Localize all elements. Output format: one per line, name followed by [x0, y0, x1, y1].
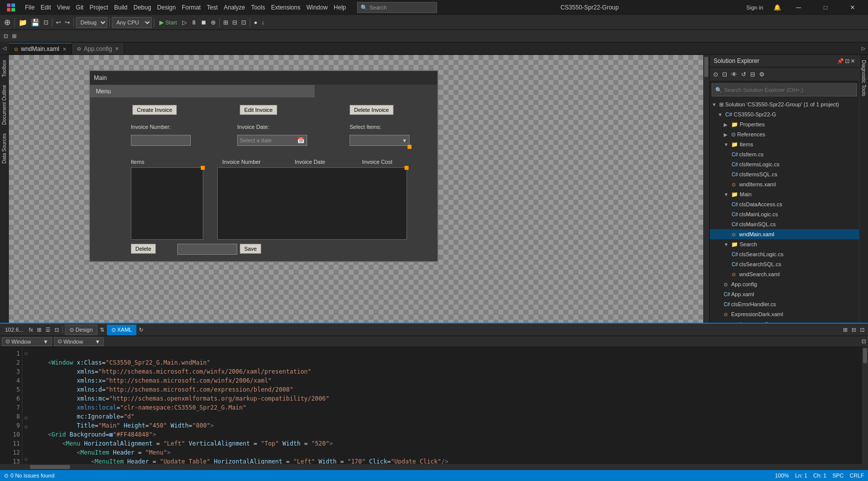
tree-item-clsitemslogic[interactable]: C# clsItemsLogic.cs — [710, 159, 859, 169]
design-tab[interactable]: ⊙ Design — [65, 325, 97, 335]
bp-button[interactable]: ● — [252, 19, 259, 26]
new-project-button[interactable]: ⊕ — [2, 17, 12, 27]
left-panel-collapse[interactable]: ◁ — [0, 42, 9, 54]
menu-debug[interactable]: Debug — [130, 0, 154, 15]
tree-item-search-folder[interactable]: ▼ 📁 Search — [710, 239, 859, 249]
code-vscroll[interactable] — [862, 347, 868, 464]
menu-format[interactable]: Format — [179, 0, 204, 15]
pause-button[interactable]: ⏸ — [189, 19, 198, 26]
cursor-fx-btn[interactable]: fx — [27, 327, 35, 333]
tree-item-solution[interactable]: ▼ ⊞ Solution 'CS3550-Spr22-Group' (1 of … — [710, 99, 859, 109]
date-picker[interactable]: Select a date 📅 — [237, 135, 307, 146]
se-gear-btn[interactable]: ⚙ — [758, 71, 766, 78]
undo-button[interactable]: ↩ — [54, 19, 62, 26]
calendar-icon[interactable]: 📅 — [297, 137, 305, 144]
grid-button[interactable]: ⊟ — [231, 19, 239, 26]
resize-handle-grid[interactable] — [405, 166, 409, 170]
notification-icon[interactable]: 🔔 — [771, 0, 783, 15]
create-invoice-button[interactable]: Create Invoice — [132, 105, 177, 115]
tree-item-clsitem[interactable]: C# clsItem.cs — [710, 149, 859, 159]
step-over-button[interactable]: ▷ — [181, 19, 188, 26]
window-selector-1[interactable]: ⊙ Window ▼ — [2, 337, 52, 346]
step-in-button[interactable]: ↓ — [260, 19, 266, 26]
tree-item-items-folder[interactable]: ▼ 📁 Items — [710, 139, 859, 149]
stop-button[interactable]: ⏹ — [199, 19, 208, 26]
xaml-tab[interactable]: ⊙ XAML — [107, 325, 137, 335]
attach-button[interactable]: ⊕ — [209, 19, 217, 26]
signin-button[interactable]: Sign in — [742, 4, 767, 10]
tree-item-appxaml[interactable]: C# App.xaml — [710, 289, 859, 299]
menu-build[interactable]: Build — [111, 0, 131, 15]
se-pin-icon[interactable]: 📌 — [837, 58, 844, 64]
delete-invoice-button[interactable]: Delete Invoice — [350, 105, 394, 115]
redo-button[interactable]: ↪ — [63, 19, 71, 26]
menu-project[interactable]: Project — [86, 0, 111, 15]
menu-design[interactable]: Design — [154, 0, 179, 15]
se-close-icon[interactable]: ✕ — [851, 58, 855, 64]
se-refresh-btn[interactable]: ↺ — [740, 71, 748, 78]
edit-invoice-button[interactable]: Edit Invoice — [240, 105, 277, 115]
snap-button[interactable]: ⊡ — [240, 19, 248, 26]
expand-bottom-btn[interactable]: ⊞ — [842, 327, 849, 333]
menu-test[interactable]: Test — [204, 0, 221, 15]
invoice-data-grid[interactable] — [217, 167, 407, 240]
code-hscroll[interactable] — [0, 464, 868, 470]
menu-git[interactable]: Git — [73, 0, 86, 15]
tab-app-config[interactable]: ⊙ App.config ✕ — [72, 43, 125, 54]
tb2-btn2[interactable]: ⊞ — [10, 33, 18, 39]
invoice-number-input[interactable] — [131, 135, 191, 146]
tree-item-expressiondark[interactable]: ⊙ ExpressionDark.xaml — [710, 309, 859, 319]
se-filter-btn[interactable]: ⊟ — [749, 71, 757, 78]
delete-button[interactable]: Delete — [131, 244, 156, 254]
maximize-button[interactable]: □ — [814, 0, 837, 15]
tree-item-clserrorhandler[interactable]: C# clsErrorHandler.cs — [710, 299, 859, 309]
tab-wnd-main[interactable]: ⊙ wndMain.xaml ✕ — [9, 43, 72, 54]
tree-item-wndmain[interactable]: ⊙ wndMain.xaml — [710, 229, 859, 239]
grid-view-btn[interactable]: ⊞ — [35, 327, 43, 333]
menu-extensions[interactable]: Extensions — [268, 0, 304, 15]
tb2-btn1[interactable]: ⊡ — [2, 33, 9, 39]
doc-outline-tab[interactable]: Document Outline — [0, 82, 8, 128]
resize-handle-combo[interactable] — [408, 145, 412, 149]
tree-item-clsdataaccess[interactable]: C# clsDataAccess.cs — [710, 199, 859, 209]
diag-tools-tab[interactable]: Diagnostic Tools — [860, 57, 868, 99]
tree-item-project[interactable]: ▼ C# CS3550-Spr22-G — [710, 109, 859, 119]
tree-item-main-folder[interactable]: ▼ 📁 Main — [710, 189, 859, 199]
minimize-button[interactable]: ─ — [787, 0, 810, 15]
data-sources-tab[interactable]: Data Sources — [0, 130, 8, 167]
tab-close-2[interactable]: ✕ — [115, 46, 119, 51]
items-listbox[interactable] — [131, 167, 203, 240]
tree-item-appconfig[interactable]: ⊙ App.config — [710, 279, 859, 289]
se-expand-icon[interactable]: ⊡ — [845, 58, 850, 64]
menu-edit[interactable]: Edit — [37, 0, 54, 15]
menu-tools[interactable]: Tools — [248, 0, 268, 15]
xaml-refresh-btn[interactable]: ↻ — [137, 327, 145, 333]
resize-handle-items[interactable] — [201, 166, 205, 170]
se-preview-btn[interactable]: 👁 — [730, 71, 739, 78]
start-button[interactable]: ▶ Start — [156, 19, 180, 26]
code-content[interactable]: <Window x:Class="CS3550_Spr22_G.Main.wnd… — [29, 347, 862, 464]
list-view-btn[interactable]: ☰ — [44, 327, 52, 333]
save-button[interactable]: Save — [240, 244, 261, 254]
tree-item-clssearchsql[interactable]: C# clsSearchSQL.cs — [710, 259, 859, 269]
grid-view2-btn[interactable]: ⊡ — [53, 327, 60, 333]
tree-item-clssearchlogic[interactable]: C# clsSearchLogic.cs — [710, 249, 859, 259]
se-search-input[interactable] — [724, 87, 854, 93]
select-items-combo[interactable]: ▼ — [350, 135, 410, 146]
menu-view[interactable]: View — [54, 0, 73, 15]
tab-close-1[interactable]: ✕ — [62, 46, 66, 52]
float-bottom-btn[interactable]: ⊡ — [859, 327, 866, 333]
tree-item-clsitemssql[interactable]: C# clsItemsSQL.cs — [710, 169, 859, 179]
selector-expand-btn[interactable]: ⊡ — [862, 338, 866, 345]
menu-file[interactable]: File — [22, 0, 37, 15]
save-button[interactable]: 💾 — [29, 18, 41, 26]
toolbox-panel-tab[interactable]: Toolbox — [0, 57, 8, 80]
window-selector-2[interactable]: ⊙ Window ▼ — [54, 337, 104, 346]
menu-window[interactable]: Window — [303, 0, 331, 15]
tree-item-wndsearch[interactable]: ⊙ wndSearch.xaml — [710, 269, 859, 279]
tree-item-clsmainsql[interactable]: C# clsMainSQL.cs — [710, 219, 859, 229]
tree-item-references[interactable]: ▶ ⊙ References — [710, 129, 859, 139]
cpu-dropdown[interactable]: Any CPU — [112, 17, 152, 28]
se-search-box[interactable]: 🔍 — [712, 83, 857, 96]
menu-help[interactable]: Help — [331, 0, 349, 15]
